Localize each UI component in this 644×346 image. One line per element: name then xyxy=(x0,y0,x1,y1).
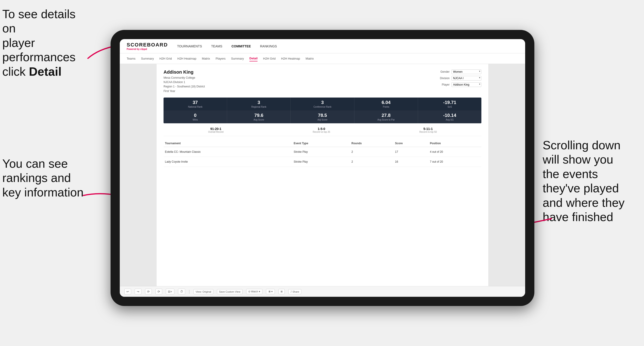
subnav-matrix[interactable]: Matrix xyxy=(202,56,210,61)
display-button[interactable]: 🖥 ▾ xyxy=(266,289,275,294)
view-original-label: View: Original xyxy=(196,290,211,293)
left-sidebar xyxy=(120,64,156,286)
nav-teams[interactable]: TEAMS xyxy=(211,43,222,49)
grid-icon: ⊞ xyxy=(280,290,282,293)
table-header: Tournament Event Type Rounds Score Posit… xyxy=(164,140,482,147)
main-nav: TOURNAMENTS TEAMS COMMITTEE RANKINGS xyxy=(177,43,277,49)
subnav-teams[interactable]: Teams xyxy=(127,56,136,61)
content-panel: Addison King Mesa Community College NJCA… xyxy=(156,64,488,286)
stat-points-label: Points xyxy=(356,106,416,108)
player-label: Player xyxy=(436,83,450,86)
annotation-left-line1: You can see xyxy=(2,157,68,170)
save-custom-view-button[interactable]: Save Custom View xyxy=(217,289,242,294)
stat-wins-value: 0 xyxy=(165,113,226,118)
minus-plus-button[interactable]: ⊟+ xyxy=(166,289,174,295)
view-original-button[interactable]: View: Original xyxy=(194,289,213,294)
refresh2-icon: ⟳ xyxy=(158,290,160,293)
watch-label: ⊙ Watch ▾ xyxy=(248,290,260,293)
stat-adj-score: 78.5 Adj Score xyxy=(291,110,354,123)
subnav-players[interactable]: Players xyxy=(216,56,226,61)
sub-nav: Teams Summary H2H Grid H2H Heatmap Matri… xyxy=(120,53,525,64)
stat-wins-label: Wins xyxy=(165,119,226,121)
subnav-detail[interactable]: Detail xyxy=(250,56,258,61)
col-rounds: Rounds xyxy=(350,140,394,147)
refresh2-button[interactable]: ⟳ xyxy=(156,289,162,295)
event-type-1: Stroke Play xyxy=(292,147,350,157)
stat-conference-rank-value: 3 xyxy=(292,100,353,105)
display-label: 🖥 ▾ xyxy=(268,290,273,293)
logo-scoreboard: SCOREBOARD xyxy=(127,42,168,48)
watch-button[interactable]: ⊙ Watch ▾ xyxy=(246,289,262,294)
annotation-right-line1: Scrolling down xyxy=(543,139,620,152)
undo-button[interactable]: ↩ xyxy=(124,289,131,295)
stat-avg-score-value: 79.6 xyxy=(228,113,289,118)
record-top25: 1-5-0 Record vs top 25 xyxy=(313,127,330,133)
redo-button[interactable]: ↪ xyxy=(135,289,142,295)
minus-plus-icon: ⊟+ xyxy=(168,290,172,293)
share-button[interactable]: ⤴ Share xyxy=(288,289,301,294)
stat-avg-score-label: Avg Score xyxy=(228,119,289,121)
stat-national-rank-label: National Rank xyxy=(165,106,226,108)
subnav-summary2[interactable]: Summary xyxy=(231,56,244,61)
subnav-matrix2[interactable]: Matrix xyxy=(306,56,314,61)
stat-sos-value: -19.71 xyxy=(420,100,480,105)
stat-avg-score-par: 27.8 Avg Score to Par xyxy=(354,110,418,123)
player-filter-row: Player Addison King xyxy=(436,82,482,87)
col-score: Score xyxy=(394,140,428,147)
redo-icon: ↪ xyxy=(137,290,139,293)
player-name: Addison King xyxy=(164,69,205,75)
tournament-name-1: Estella CC- Mountain Classic xyxy=(164,147,292,157)
stat-regional-rank: 3 Regional Rank xyxy=(227,98,291,110)
annotation-line3: click xyxy=(2,65,29,78)
stat-points: 6.04 Points xyxy=(354,98,418,110)
save-custom-view-label: Save Custom View xyxy=(219,290,240,293)
right-panel xyxy=(488,64,525,286)
tablet-device: SCOREBOARD Powered by clippd TOURNAMENTS… xyxy=(110,30,534,306)
gender-select-wrapper: Women xyxy=(452,69,482,74)
logo-area: SCOREBOARD Powered by clippd xyxy=(127,42,168,50)
nav-rankings[interactable]: RANKINGS xyxy=(260,43,277,49)
stats-grid: 37 National Rank 3 Regional Rank 3 Confe… xyxy=(164,98,482,123)
division-select[interactable]: NJCAA I xyxy=(452,76,482,81)
stat-avg-sg-label: Avg SG xyxy=(420,119,480,121)
player-year: First Year xyxy=(164,89,205,93)
subnav-summary[interactable]: Summary xyxy=(141,56,154,61)
annotation-top-left: To see details on player performances cl… xyxy=(2,7,90,79)
subnav-h2hheatmap[interactable]: H2H Heatmap xyxy=(177,56,196,61)
nav-committee[interactable]: COMMITTEE xyxy=(232,43,251,49)
subnav-h2hgrid2[interactable]: H2H Grid xyxy=(263,56,276,61)
record-top25-label: Record vs top 25 xyxy=(313,131,330,133)
subnav-h2hgrid[interactable]: H2H Grid xyxy=(160,56,172,61)
record-overall-value: 91-20-1 xyxy=(208,127,224,131)
tablet-screen: SCOREBOARD Powered by clippd TOURNAMENTS… xyxy=(120,39,525,297)
subnav-h2hheatmap2[interactable]: H2H Heatmap xyxy=(281,56,300,61)
division-select-wrapper: NJCAA I xyxy=(452,76,482,81)
gender-filter-row: Gender Women xyxy=(436,69,482,74)
stat-sos-label: SoS xyxy=(420,106,480,108)
gender-select[interactable]: Women xyxy=(452,69,482,74)
stat-conference-rank-label: Conference Rank xyxy=(292,106,353,108)
annotation-left-line3: key information xyxy=(2,186,84,199)
stat-avg-sg: -10.14 Avg SG xyxy=(418,110,482,123)
grid-button[interactable]: ⊞ xyxy=(278,289,285,294)
position-1: 4 out of 20 xyxy=(429,147,482,157)
table-body: Estella CC- Mountain Classic Stroke Play… xyxy=(164,147,482,167)
col-tournament: Tournament xyxy=(164,140,292,147)
division-filter-row: Division NJCAA I xyxy=(436,76,482,81)
timer-button[interactable]: ⏱ xyxy=(178,289,185,295)
annotation-right-line5: and where they xyxy=(543,196,625,209)
tournament-name-2: Lady Coyote Invite xyxy=(164,157,292,167)
record-overall-label: Overall Record xyxy=(208,131,224,133)
record-top50-value: 5-11-1 xyxy=(420,127,437,131)
stat-adj-score-value: 78.5 xyxy=(292,113,353,118)
main-content: Addison King Mesa Community College NJCA… xyxy=(120,64,525,286)
annotation-right-line3: the events xyxy=(543,167,598,180)
table-row[interactable]: Estella CC- Mountain Classic Stroke Play… xyxy=(164,147,482,157)
player-select[interactable]: Addison King xyxy=(452,82,482,87)
refresh-button[interactable]: ⟳ xyxy=(145,289,152,295)
table-row[interactable]: Lady Coyote Invite Stroke Play 2 16 7 ou… xyxy=(164,157,482,167)
stat-avg-score-par-value: 27.8 xyxy=(356,113,416,118)
player-info: Addison King Mesa Community College NJCA… xyxy=(164,69,205,93)
tournaments-table: Tournament Event Type Rounds Score Posit… xyxy=(164,140,482,167)
nav-tournaments[interactable]: TOURNAMENTS xyxy=(177,43,202,49)
